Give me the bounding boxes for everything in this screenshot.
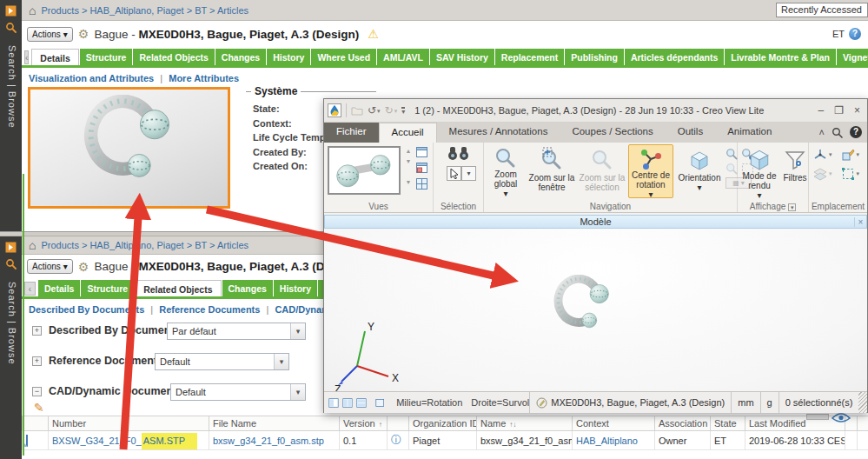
tab-related-objects[interactable]: Related Objects (135, 280, 221, 299)
search-icon[interactable] (5, 22, 17, 33)
grid-view-icon[interactable] (415, 177, 428, 190)
tab-vignette[interactable]: Vignette× (837, 49, 868, 65)
help-icon[interactable]: ? (849, 28, 861, 40)
panel-expand-icon[interactable] (5, 242, 17, 253)
table-row[interactable]: BXSW_G34_21_F0_ASM.STP bxsw_g34_21_f0_as… (23, 431, 868, 450)
minimize-button[interactable]: – (818, 104, 825, 116)
undo-button[interactable]: ↺▾ (368, 105, 381, 116)
info-icon[interactable]: ⓘ (391, 434, 401, 446)
tab-replacement[interactable]: Replacement (495, 49, 564, 65)
recently-accessed[interactable]: Recently Accessed (776, 3, 868, 17)
orientation-button[interactable]: Orientation▾ (675, 144, 724, 198)
expand-icon[interactable]: + (32, 326, 42, 336)
breadcrumb[interactable]: Products > HAB_Altiplano, Piaget > BT > … (41, 5, 248, 16)
tab-outils[interactable]: Outils (666, 123, 715, 143)
horizontal-scrollbar[interactable] (806, 414, 829, 420)
search-icon[interactable] (5, 258, 17, 269)
actions-button[interactable]: Actions▾ (27, 27, 73, 42)
sidebar-search-browse[interactable]: Search | Browse (5, 45, 17, 129)
open-file-icon[interactable] (351, 106, 363, 116)
redo-button[interactable]: ↻▾ (385, 105, 398, 116)
view-thumbnail[interactable] (328, 146, 401, 195)
find-binoculars-icon[interactable] (447, 146, 470, 161)
filters-button[interactable]: Filtres (781, 144, 809, 198)
link-described-by-documents[interactable]: Described By Documents (29, 304, 144, 315)
visualization-thumbnail-panel[interactable] (28, 87, 230, 209)
tab-fichier[interactable]: Fichier (324, 123, 379, 143)
search-icon[interactable] (832, 127, 843, 138)
home-icon[interactable]: ⌂ (29, 239, 36, 251)
collapse-icon[interactable]: − (32, 387, 42, 396)
breadcrumb[interactable]: Products > HAB_Altiplano, Piaget > BT > … (41, 240, 248, 250)
expand-icon[interactable]: + (32, 356, 42, 366)
dialog-launcher-icon[interactable]: ▾ (788, 203, 796, 211)
link-reference-documents[interactable]: Reference Documents (159, 304, 260, 315)
tab-animation[interactable]: Animation (715, 123, 784, 143)
col-state[interactable]: State (711, 416, 745, 431)
view-layout-icon[interactable] (415, 162, 428, 175)
transform-button[interactable]: ▾ (841, 148, 860, 162)
col-info[interactable] (388, 416, 409, 431)
link-more-attributes[interactable]: More Attributes (169, 73, 239, 83)
tab-livrable-montre-plan[interactable]: Livrable Montre & Plan (725, 49, 836, 65)
creo-3d-viewport[interactable]: Y X Z (324, 229, 867, 391)
tab-history[interactable]: History (274, 280, 317, 296)
described-by-view-select[interactable]: Par défaut▾ (167, 323, 306, 340)
selection-box-button[interactable]: ▾ (841, 167, 860, 181)
window-resize-grip[interactable] (858, 392, 867, 413)
tab-scroll-left[interactable]: ‹ (24, 50, 29, 64)
col-organization-id[interactable]: Organization ID (409, 416, 477, 431)
zoom-global-button[interactable]: Zoom global▾ (486, 144, 526, 198)
cad-view-select[interactable]: Default▾ (170, 383, 306, 401)
tab-coupes-sections[interactable]: Coupes / Sections (560, 123, 665, 143)
tab-details[interactable]: Details (31, 49, 78, 68)
tab-where-used[interactable]: Where Used (311, 49, 376, 65)
render-mode-button[interactable]: Mode de rendu▾ (739, 144, 779, 198)
layout-two-vertical-icon[interactable] (342, 396, 353, 409)
tab-publishing[interactable]: Publishing (565, 49, 624, 65)
col-context[interactable]: Context (573, 416, 655, 431)
tab-aml-avl[interactable]: AML/AVL (377, 49, 429, 65)
col-number[interactable]: Number (49, 416, 209, 431)
view-scroll-arrows[interactable]: ▲▼▼ (403, 146, 414, 195)
ring-3d-model[interactable] (541, 275, 628, 341)
collapse-ribbon-icon[interactable]: ˄ (819, 127, 825, 137)
select-mode-dropdown[interactable]: ▾ (461, 166, 476, 181)
col-association[interactable]: Association (655, 416, 711, 431)
col-file-name[interactable]: File Name (209, 416, 340, 431)
customize-quick-access-icon[interactable]: ▾ (401, 107, 405, 115)
layout-single-icon[interactable] (328, 396, 339, 409)
select-cursor-button[interactable] (447, 166, 461, 181)
reference-view-select[interactable]: Default▾ (155, 353, 289, 370)
layout-small-icon[interactable] (375, 397, 384, 409)
tab-history[interactable]: History (267, 49, 310, 65)
tab-articles-dependants[interactable]: Articles dépendants (625, 49, 724, 65)
tab-related-objects[interactable]: Related Objects (133, 49, 214, 65)
actions-button[interactable]: Actions▾ (27, 259, 73, 274)
sidebar-search-browse[interactable]: Search | Browse (5, 282, 17, 365)
creo-title-bar[interactable]: ↺▾ ↻▾ ▾ 1 (2) - MXE0D0H3, Bague, Piaget,… (324, 99, 867, 123)
rotation-center-button[interactable]: Centre de rotation▾ (628, 144, 673, 198)
home-icon[interactable]: ⌂ (29, 4, 36, 17)
zoom-window-button[interactable]: Zoom sur la fenêtre (527, 144, 576, 198)
tab-accueil[interactable]: Accueil (379, 123, 437, 143)
model-panel-header[interactable]: Modèle × (324, 215, 867, 229)
edit-icon[interactable]: ✎ (34, 401, 44, 415)
view-eye-icon[interactable] (831, 412, 851, 423)
maximize-button[interactable]: ❐ (834, 104, 844, 116)
col-icon[interactable] (23, 416, 49, 431)
tab-scroll-left[interactable]: ‹ (24, 282, 36, 296)
tab-changes[interactable]: Changes (222, 280, 273, 296)
col-name[interactable]: Name↑↓ (477, 416, 573, 431)
close-panel-icon[interactable]: × (854, 217, 866, 227)
tab-structure[interactable]: Structure (80, 49, 133, 65)
link-visualization-attributes[interactable]: Visualization and Attributes (29, 73, 154, 83)
move-triad-button[interactable]: ▾ (813, 148, 832, 162)
new-view-window-icon[interactable] (415, 146, 428, 159)
col-version[interactable]: Version↑ (340, 416, 388, 431)
tab-mesures-annotations[interactable]: Mesures / Annotations (437, 123, 560, 143)
tab-details[interactable]: Details (38, 280, 80, 296)
help-icon[interactable]: ? (850, 126, 862, 138)
zoom-in-icon[interactable] (726, 148, 739, 161)
tab-structure[interactable]: Structure (81, 280, 134, 296)
